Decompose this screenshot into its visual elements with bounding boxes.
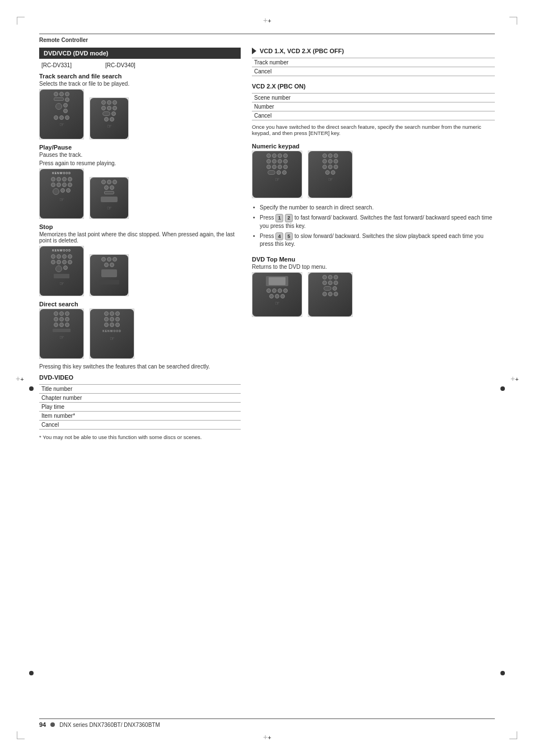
rbtn (104, 263, 109, 267)
btn-4: 4 (275, 232, 283, 241)
rbtn (322, 275, 327, 279)
rbtn (54, 317, 58, 321)
vcd1-title: VCD 1.X, VCD 2.X (PBC OFF) (260, 48, 344, 54)
rbtn (332, 286, 337, 291)
section-header: Remote Controller (39, 34, 495, 43)
rbtn (334, 292, 338, 296)
list-item-number: Number (252, 102, 495, 111)
list-item-cancel-vcd1: Cancel (252, 67, 495, 76)
hand-icon: ☞ (328, 176, 333, 183)
hand-icon: ☞ (59, 281, 64, 287)
rbtn (110, 185, 114, 190)
stop-images: KENWOOD (39, 246, 241, 296)
dvd-video-section: DVD-VIDEO Title number Chapter number Pl… (39, 374, 241, 430)
rbtn (272, 159, 277, 164)
rbtn-lg (55, 265, 62, 272)
note-text: Once you have switched to the direct sea… (252, 124, 495, 136)
hand-icon: ☞ (275, 176, 280, 183)
rbtn (63, 103, 68, 108)
btn-1: 1 (275, 214, 283, 222)
rbtn (266, 153, 271, 158)
bullet-item-2: Press 1 2 to fast forward/ backward. Swi… (252, 213, 495, 231)
play-pause-desc1: Pauses the track. (39, 152, 241, 158)
rbtn (57, 254, 61, 259)
rbtn (65, 317, 69, 321)
remote-image-1: ☞ (39, 89, 84, 139)
rbtn (334, 153, 338, 158)
rbtn (334, 275, 338, 279)
rbtn (63, 109, 68, 113)
hand-icon: ☞ (275, 300, 280, 306)
rbtn (331, 170, 335, 175)
rbtn (62, 183, 67, 187)
stop-title: Stop (39, 223, 241, 230)
rbtn (57, 177, 61, 181)
rbtn (113, 180, 117, 184)
rbtn (322, 292, 327, 296)
footnote: * You may not be able to use this functi… (39, 434, 241, 440)
rbtn (101, 106, 106, 110)
rbtn (68, 260, 72, 264)
dvd-video-list: Title number Chapter number Play time It… (39, 384, 241, 430)
track-search-images: ☞ (39, 89, 241, 139)
remote-image-4: ☞ (90, 177, 129, 219)
play-pause-section: Play/Pause Pauses the track. Press again… (39, 144, 241, 219)
rbtn (101, 100, 106, 105)
rbtn (266, 288, 271, 293)
numeric-keypad-image-1: ☞ (252, 151, 302, 198)
rbtn (334, 281, 338, 285)
list-item-chapter-number: Chapter number (39, 394, 241, 403)
rbtn (283, 165, 288, 169)
list-item-cancel: Cancel (39, 421, 241, 430)
remote-image-2: ☞ (90, 97, 129, 139)
remote-image-7: ☞ (39, 309, 84, 359)
dvd-vcd-header: DVD/VCD (DVD mode) (39, 48, 241, 59)
rbtn (101, 257, 106, 262)
hand-icon: ☞ (107, 123, 112, 129)
rbtn (59, 317, 64, 321)
rbtn (57, 260, 61, 264)
rbtn (113, 100, 117, 105)
rbtn (59, 92, 64, 96)
rbtn (269, 294, 274, 298)
direct-search-title: Direct search (39, 301, 241, 307)
kenwood-logo-small: KENWOOD (102, 329, 121, 333)
dvd-top-menu-images: ☞ (252, 272, 495, 317)
remote-image-8: KENWOOD ☞ (90, 309, 134, 359)
list-item-item-number: Item number* (39, 412, 241, 421)
hand-icon: ☞ (59, 334, 64, 340)
rc-labels: [RC-DV331] [RC-DV340] (39, 62, 241, 68)
rbtn (101, 180, 106, 184)
hand-icon: ☞ (59, 122, 64, 128)
rbtn (104, 185, 109, 190)
rbtn (104, 317, 109, 321)
rbtn (115, 311, 120, 316)
rbtn-display (54, 274, 69, 278)
dvd-top-menu-image-2 (308, 272, 353, 317)
rbtn (334, 165, 338, 169)
list-item-play-time: Play time (39, 403, 241, 412)
vcd2-title: VCD 2.X (PBC ON) (252, 83, 495, 90)
right-column: VCD 1.X, VCD 2.X (PBC OFF) Track number … (252, 48, 495, 440)
rbtn (113, 106, 117, 110)
rbtn (278, 153, 282, 158)
rbtn (54, 311, 58, 316)
page-footer: 94 DNX series DNX7360BT/ DNX7360BTM (39, 718, 495, 728)
rbtn (60, 188, 65, 193)
dvd-top-menu-desc: Returns to the DVD top menu. (252, 264, 495, 270)
rbtn (266, 159, 271, 164)
vcd2-list: Scene number Number Cancel (252, 93, 495, 120)
direct-search-images: ☞ (39, 309, 241, 359)
rbtn (104, 323, 109, 327)
rbtn (266, 165, 271, 169)
rbtn (328, 153, 332, 158)
rbtn (115, 323, 120, 327)
page-number: 94 (39, 721, 46, 728)
rc-label-1: [RC-DV331] (41, 62, 72, 68)
rbtn (328, 159, 332, 164)
rbtn-narrow (53, 329, 71, 332)
remote-image-3: KENWOOD (39, 169, 84, 219)
screen-inner (269, 277, 285, 285)
rbtn-oval (268, 170, 275, 175)
play-pause-images: KENWOOD (39, 169, 241, 219)
